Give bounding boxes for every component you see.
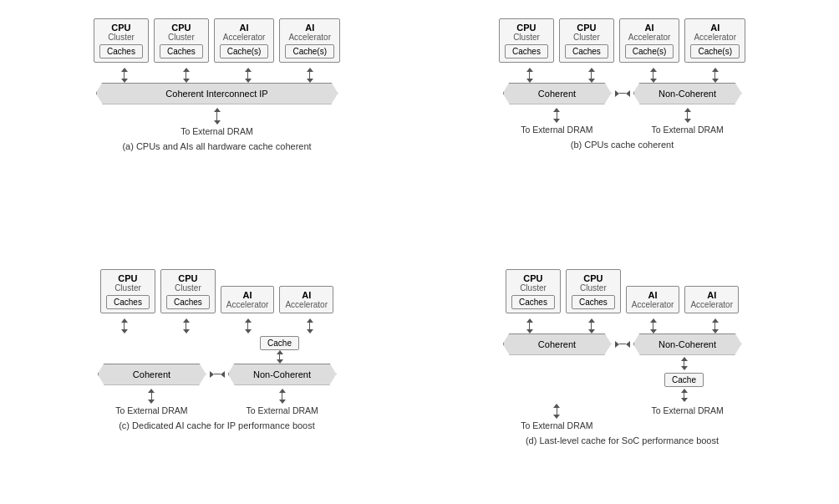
mid-cache-row-c: Cache	[94, 333, 340, 350]
ai2-b-sub: Accelerator	[690, 33, 740, 42]
barrA	[501, 68, 558, 83]
arr1	[96, 68, 153, 83]
dram-row-c: To External DRAM To External DRAM	[115, 389, 318, 415]
mid-cache-arr-c	[94, 350, 340, 364]
caption-c: (c) Dedicated AI cache for IP performanc…	[119, 420, 315, 430]
dram-row-d: To External DRAM To External DRAM	[521, 404, 724, 430]
dn2	[183, 79, 190, 83]
ai2-d-title: AI	[690, 290, 733, 300]
cpu1-a-sub: Cluster	[99, 33, 143, 42]
interconnect-banner-a: Coherent Interconnect IP	[96, 83, 338, 104]
node-row-b: CPU Cluster Caches CPU Cluster Caches AI…	[499, 18, 745, 63]
vl-dram-a	[216, 112, 217, 120]
cpu2-c-title: CPU	[166, 273, 210, 283]
dram-col-d-right: To External DRAM	[652, 404, 724, 430]
non-coherent-banner-c: Non-Coherent	[228, 364, 337, 385]
banner-row-c: Coherent Non-Coherent	[98, 364, 337, 385]
dram-col-b-right: To External DRAM	[652, 108, 724, 135]
ai1-b-sub: Accelerator	[625, 33, 674, 42]
node-row-d: CPU Cluster Caches CPU Cluster Caches AI…	[506, 269, 739, 313]
node-cpu2-d: CPU Cluster Caches	[566, 269, 621, 313]
diagram-c: CPU Cluster Caches CPU Cluster Caches AI…	[18, 261, 415, 495]
node-ai1-d: AI Accelerator	[626, 286, 680, 313]
node-ai2-b: AI Accelerator Cache(s)	[684, 18, 745, 63]
ai1-b-cache: Cache(s)	[625, 44, 674, 59]
dn3	[245, 79, 252, 83]
diagram-b: CPU Cluster Caches CPU Cluster Caches AI…	[424, 10, 821, 244]
main-container: CPU Cluster Caches CPU Cluster Caches AI…	[18, 10, 821, 495]
ai2-a-cache: Cache(s)	[285, 44, 334, 59]
ai1-a-title: AI	[220, 23, 269, 33]
ai2-b-cache: Cache(s)	[690, 44, 740, 59]
ai1-c-arr	[220, 318, 277, 333]
arrows-d-down	[501, 318, 745, 333]
dram-col-d-left: To External DRAM	[521, 404, 592, 430]
node-cpu1-c: CPU Cluster Caches	[100, 269, 155, 313]
non-coherent-banner-d: Non-Coherent	[633, 333, 742, 355]
diagram-d: CPU Cluster Caches CPU Cluster Caches AI…	[424, 261, 821, 495]
cpu2-a-title: CPU	[160, 23, 203, 33]
arr3	[220, 68, 277, 83]
caption-a: (a) CPUs and AIs all hardware cache cohe…	[122, 141, 311, 151]
vl4	[309, 72, 310, 79]
cpu2-d-cache: Caches	[572, 295, 615, 309]
dn1	[121, 79, 128, 83]
arr2	[158, 68, 215, 83]
node-cpu2-c: CPU Cluster Caches	[160, 269, 216, 313]
cpu1-a-title: CPU	[99, 23, 143, 33]
vl1	[124, 72, 125, 79]
arr4	[282, 68, 338, 83]
cache-arr-row-d	[501, 387, 745, 402]
barrC	[625, 68, 682, 83]
ai2-c-sub: Accelerator	[285, 300, 328, 309]
dram-left-d: To External DRAM	[521, 420, 592, 430]
cpu1-b-cache: Caches	[505, 44, 548, 59]
coherent-banner-d: Coherent	[503, 333, 612, 355]
cpu1-c-title: CPU	[106, 273, 150, 283]
banner-row-b: Coherent Non-Coherent	[503, 83, 742, 104]
ai1-d-title: AI	[632, 290, 674, 300]
cpu2-c-cache: Caches	[166, 295, 210, 309]
node-cpu1-d: CPU Cluster Caches	[506, 269, 561, 313]
interconnect-label-a: Coherent Interconnect IP	[165, 89, 267, 99]
node-ai1-b: AI Accelerator Cache(s)	[619, 18, 680, 63]
cpu2-d-sub: Cluster	[572, 283, 615, 293]
node-cpu2-a: CPU Cluster Caches	[154, 18, 209, 63]
ai2-a-sub: Accelerator	[285, 33, 334, 42]
ai1-c-sub: Accelerator	[226, 300, 269, 309]
node-ai1-a: AI Accelerator Cache(s)	[214, 18, 275, 63]
ai1-d-sub: Accelerator	[632, 300, 674, 309]
cpu2-a-cache: Caches	[160, 44, 203, 59]
dram-col-c-right: To External DRAM	[247, 389, 318, 415]
vl2	[186, 72, 186, 79]
caption-b: (b) CPUs cache coherent	[571, 140, 674, 150]
dram-right-b: To External DRAM	[652, 125, 724, 135]
cpu1-c-sub: Cluster	[106, 283, 150, 293]
coherent-banner-c: Coherent	[98, 364, 206, 385]
ai2-a-title: AI	[285, 23, 334, 33]
node-cpu2-b: CPU Cluster Caches	[559, 18, 614, 63]
banner-row-d: Coherent Non-Coherent	[503, 333, 742, 355]
non-coherent-label-c: Non-Coherent	[253, 369, 311, 379]
ai2-c-title: AI	[285, 290, 328, 300]
cache-box-row-d: Cache	[501, 370, 745, 387]
cpu2-c-sub: Cluster	[166, 283, 210, 293]
node-ai2-a: AI Accelerator Cache(s)	[279, 18, 340, 63]
ai2-c-arr	[282, 318, 338, 333]
mid-cache-row-d	[501, 355, 745, 370]
cpu1-d-title: CPU	[511, 273, 555, 283]
cpu1-d-sub: Cluster	[511, 283, 555, 293]
horiz-conn-b	[615, 90, 630, 97]
ai2-d-sub: Accelerator	[690, 300, 733, 309]
vl3	[247, 72, 248, 79]
ai1-b-title: AI	[625, 23, 674, 33]
coherent-label-b: Coherent	[538, 89, 576, 99]
node-ai2-c: AI Accelerator	[279, 286, 333, 313]
horiz-conn-c	[210, 371, 225, 378]
mid-cache-c: Cache	[260, 336, 299, 350]
barrD	[687, 68, 744, 83]
ai1-a-cache: Cache(s)	[220, 44, 269, 59]
cpu1-c-cache: Caches	[106, 295, 150, 309]
cpu2-b-cache: Caches	[565, 44, 608, 59]
node-cpu1-a: CPU Cluster Caches	[94, 18, 149, 63]
